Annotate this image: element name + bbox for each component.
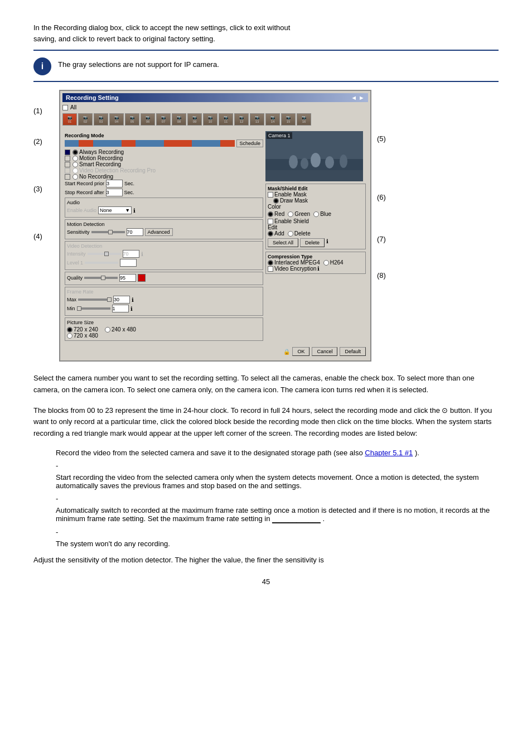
min-slider[interactable] bbox=[77, 307, 110, 310]
video-det-sub-label: Level 1 bbox=[67, 260, 83, 266]
sensitivity-input[interactable] bbox=[127, 228, 143, 236]
cam-icon-16[interactable]: 📷 16 bbox=[297, 113, 311, 126]
cancel-button[interactable]: Cancel bbox=[312, 347, 337, 356]
dialog-body: Recording Mode bbox=[62, 129, 368, 345]
cam-icon-12[interactable]: 📷 12 bbox=[234, 113, 249, 126]
start-record-input[interactable] bbox=[106, 180, 123, 187]
sensitivity-row: Sensitivity Advanced bbox=[67, 228, 261, 236]
enable-shield-checkbox[interactable] bbox=[268, 219, 273, 224]
radio-smart[interactable] bbox=[72, 162, 78, 167]
chapter-link[interactable]: Chapter 5.1 #1 bbox=[365, 449, 413, 457]
cam-icon-08[interactable]: 📷 08 bbox=[172, 113, 186, 126]
annot-8: (8) bbox=[377, 271, 397, 280]
cam-icon-14[interactable]: 📷 14 bbox=[265, 113, 280, 126]
bullet-3: Automatically switch to recorded at the … bbox=[56, 506, 499, 523]
audio-dropdown[interactable]: None ▼ bbox=[98, 206, 132, 214]
select-all-button[interactable]: Select All bbox=[268, 238, 298, 247]
color-blue-option[interactable]: Blue bbox=[313, 211, 331, 217]
color-green-option[interactable]: Green bbox=[288, 211, 310, 217]
size-radio-2[interactable] bbox=[105, 327, 110, 333]
bullet-2: Start recording the video from the selec… bbox=[56, 473, 499, 490]
stop-record-input[interactable] bbox=[106, 189, 123, 196]
ok-button[interactable]: OK bbox=[292, 347, 309, 356]
cam-icon-06[interactable]: 📷 06 bbox=[141, 113, 155, 126]
annot-5: (5) bbox=[377, 134, 397, 143]
color-blue-radio[interactable] bbox=[313, 211, 319, 217]
max-frame-input[interactable] bbox=[113, 296, 130, 304]
cam-icon-11[interactable]: 📷 11 bbox=[219, 113, 233, 126]
audio-dropdown-value: None bbox=[100, 208, 112, 213]
edit-add-label: Add bbox=[274, 230, 284, 237]
size-radio-3[interactable] bbox=[67, 333, 72, 339]
dropdown-arrow-icon: ▼ bbox=[125, 208, 130, 213]
color-red-option[interactable]: Red bbox=[268, 211, 284, 217]
delete-button[interactable]: Delete bbox=[300, 238, 325, 247]
compression-mpeg4[interactable]: Interlaced MPEG4 bbox=[268, 259, 320, 266]
compression-h264[interactable]: H264 bbox=[323, 259, 344, 266]
radio-always[interactable] bbox=[72, 150, 78, 155]
bullet2-text: Start recording the video from the selec… bbox=[56, 473, 499, 490]
edit-delete-option[interactable]: Delete bbox=[288, 230, 311, 237]
svg-point-4 bbox=[311, 153, 321, 167]
lock-icon: 🔒 bbox=[283, 349, 290, 355]
sensitivity-label: Sensitivity bbox=[67, 229, 90, 235]
video-enc-checkbox[interactable] bbox=[268, 266, 273, 272]
compression-options: Interlaced MPEG4 H264 bbox=[268, 259, 364, 266]
cam-icon-10[interactable]: 📷 10 bbox=[203, 113, 217, 126]
annot-1: (1) bbox=[33, 107, 54, 115]
size-label-3: 720 x 480 bbox=[74, 333, 98, 339]
enable-shield-label: Enable Shield bbox=[274, 218, 309, 224]
size-option-2[interactable]: 240 x 480 bbox=[105, 326, 136, 333]
all-checkbox[interactable] bbox=[62, 105, 68, 110]
video-det-sub-slider bbox=[85, 262, 118, 264]
dialog-buttons-row: 🔒 OK Cancel Default bbox=[62, 345, 368, 358]
video-det-sub-row: Level 1 bbox=[67, 259, 261, 267]
color-red-radio[interactable] bbox=[268, 211, 273, 217]
quality-input[interactable] bbox=[119, 274, 136, 282]
size-option-3[interactable]: 720 x 480 bbox=[67, 333, 261, 339]
size-radio-1[interactable] bbox=[67, 327, 72, 333]
color-green-radio[interactable] bbox=[288, 211, 293, 217]
cam-icon-15[interactable]: 📷 15 bbox=[281, 113, 296, 126]
mode-smart: Smart Recording bbox=[65, 161, 263, 167]
draw-mask-row: Draw Mask bbox=[273, 198, 364, 204]
size-option-1[interactable]: 720 x 240 bbox=[67, 326, 98, 333]
radio-no-rec[interactable] bbox=[72, 174, 78, 180]
cam-icon-03[interactable]: 📷 03 bbox=[94, 113, 108, 126]
cam-icon-09[interactable]: 📷 09 bbox=[187, 113, 202, 126]
color-options: Red Green Blue bbox=[268, 211, 364, 217]
edit-delete-radio[interactable] bbox=[288, 231, 293, 237]
cam-icon-05[interactable]: 📷 05 bbox=[125, 113, 139, 126]
intro-paragraph: In the Recording dialog box, click to ac… bbox=[33, 22, 499, 51]
page-number: 45 bbox=[33, 577, 499, 586]
draw-mask-radio[interactable] bbox=[273, 198, 279, 204]
radio-video-det[interactable] bbox=[72, 168, 78, 174]
schedule-button[interactable]: Schedule bbox=[236, 139, 263, 147]
cam-icon-13[interactable]: 📷 13 bbox=[250, 113, 264, 126]
max-slider[interactable] bbox=[78, 298, 112, 301]
cam-icon-07[interactable]: 📷 07 bbox=[156, 113, 171, 126]
cam-icon-04[interactable]: 📷 04 bbox=[109, 113, 124, 126]
edit-add-option[interactable]: Add bbox=[268, 230, 284, 237]
quality-slider[interactable] bbox=[84, 277, 118, 279]
cam-icon-02[interactable]: 📷 02 bbox=[78, 113, 93, 126]
edit-add-radio[interactable] bbox=[268, 231, 273, 237]
advanced-button[interactable]: Advanced bbox=[145, 228, 173, 236]
edit-label: Edit bbox=[268, 224, 277, 230]
mpeg4-radio[interactable] bbox=[268, 260, 273, 266]
audio-section: Audio Enable Audio None ▼ ℹ bbox=[65, 198, 263, 218]
bullet-dash-3: - bbox=[56, 528, 499, 536]
enable-mask-checkbox[interactable] bbox=[268, 192, 273, 198]
min-frame-input[interactable] bbox=[112, 305, 129, 312]
sensitivity-slider[interactable] bbox=[91, 231, 125, 233]
para2-text: The blocks from 00 to 23 represent the t… bbox=[33, 405, 499, 440]
cam-icon-01[interactable]: 📷 01 bbox=[62, 113, 77, 126]
h264-radio[interactable] bbox=[323, 260, 329, 266]
radio-motion[interactable] bbox=[72, 156, 78, 161]
dialog-right-panel: Camera 1 bbox=[265, 131, 366, 343]
default-button[interactable]: Default bbox=[340, 347, 366, 356]
min-label: Min bbox=[67, 306, 75, 311]
annot-4: (4) bbox=[33, 232, 54, 240]
info-note-box: i The gray selections are not support fo… bbox=[33, 57, 499, 82]
color-green-label: Green bbox=[294, 211, 310, 217]
